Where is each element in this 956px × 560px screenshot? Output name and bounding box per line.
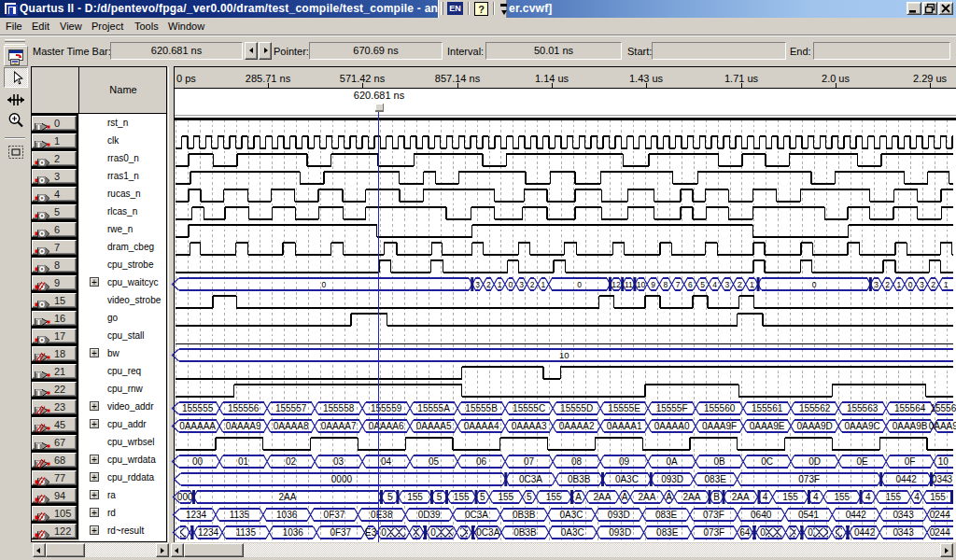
- svg-text:0AAAAA: 0AAAAA: [179, 421, 216, 431]
- svg-text:083E: 083E: [705, 474, 727, 484]
- svg-text:0D39: 0D39: [418, 510, 441, 520]
- svg-text:9: 9: [651, 280, 655, 289]
- svg-text:0C3A: 0C3A: [476, 527, 499, 538]
- svg-text:2AA: 2AA: [732, 492, 750, 502]
- svg-text:2AA: 2AA: [279, 492, 297, 502]
- svg-text:073F: 073F: [703, 527, 724, 538]
- svg-text:A: A: [666, 492, 672, 502]
- svg-text:12: 12: [612, 280, 621, 289]
- svg-text:0B: 0B: [713, 456, 725, 467]
- svg-text:0AAA9C: 0AAA9C: [844, 421, 879, 431]
- svg-text:0AAAA6: 0AAAA6: [369, 421, 404, 431]
- svg-text:3: 3: [874, 280, 879, 289]
- svg-text:155: 155: [454, 492, 470, 502]
- svg-text:5: 5: [387, 492, 393, 502]
- svg-text:0C3A: 0C3A: [465, 510, 488, 520]
- svg-text:2AA: 2AA: [683, 492, 701, 502]
- svg-text:073F: 073F: [798, 474, 820, 484]
- svg-text:155: 155: [498, 492, 513, 502]
- svg-text:285.71 ns: 285.71 ns: [246, 73, 291, 84]
- svg-text:0E: 0E: [856, 456, 868, 467]
- svg-text:0A3C: 0A3C: [559, 510, 583, 520]
- svg-text:04: 04: [381, 456, 392, 467]
- svg-text:1036: 1036: [283, 527, 304, 538]
- svg-text:155559: 155559: [371, 403, 402, 413]
- svg-text:3: 3: [920, 280, 924, 289]
- svg-text:5: 5: [480, 492, 485, 502]
- svg-text:083E: 083E: [656, 527, 679, 538]
- svg-text:0: 0: [760, 527, 766, 538]
- svg-text:155561: 155561: [752, 403, 783, 413]
- svg-text:0B3B: 0B3B: [568, 474, 591, 484]
- svg-text:15555B: 15555B: [465, 403, 498, 413]
- svg-text:2: 2: [931, 280, 935, 289]
- svg-text:1.43 us: 1.43 us: [629, 73, 664, 84]
- svg-text:4: 4: [914, 492, 920, 502]
- svg-text:8: 8: [664, 280, 668, 289]
- svg-text:0B3B: 0B3B: [513, 510, 536, 520]
- svg-text:E3: E3: [365, 527, 377, 538]
- svg-text:0AAAA3: 0AAAA3: [512, 421, 547, 431]
- svg-text:155557: 155557: [275, 403, 307, 413]
- svg-text:02: 02: [286, 456, 297, 467]
- svg-text:083E: 083E: [655, 510, 678, 520]
- svg-text:5: 5: [437, 492, 443, 502]
- svg-text:0AAAA5: 0AAAA5: [416, 421, 452, 431]
- svg-text:1135: 1135: [230, 510, 250, 520]
- svg-text:155: 155: [407, 492, 423, 502]
- svg-text:155: 155: [885, 492, 901, 502]
- svg-text:0F37: 0F37: [324, 510, 345, 520]
- svg-text:11: 11: [625, 280, 633, 289]
- svg-text:0A: 0A: [666, 456, 678, 467]
- svg-text:093D: 093D: [608, 510, 630, 520]
- svg-text:08: 08: [571, 456, 583, 467]
- svg-text:03: 03: [333, 456, 344, 467]
- svg-text:073F: 073F: [703, 510, 724, 520]
- svg-text:093D: 093D: [661, 474, 683, 484]
- svg-text:0C3A: 0C3A: [519, 474, 542, 484]
- svg-text:1: 1: [944, 280, 949, 289]
- svg-text:0: 0: [808, 527, 813, 538]
- svg-text:0A3C: 0A3C: [561, 527, 584, 538]
- svg-text:0C: 0C: [761, 456, 773, 467]
- svg-text:3: 3: [725, 280, 730, 289]
- svg-text:1234: 1234: [186, 510, 207, 520]
- svg-text:1.71 us: 1.71 us: [724, 73, 759, 84]
- svg-text:0AAAA1: 0AAAA1: [607, 421, 642, 431]
- svg-text:0B3B: 0B3B: [513, 527, 537, 538]
- svg-text:1: 1: [498, 280, 502, 289]
- svg-text:857.14 ns: 857.14 ns: [435, 73, 481, 84]
- svg-text:1036: 1036: [276, 510, 298, 520]
- svg-text:64: 64: [739, 527, 751, 538]
- svg-text:00: 00: [192, 456, 204, 467]
- svg-text:0D: 0D: [808, 456, 821, 467]
- svg-text:7: 7: [676, 280, 681, 289]
- svg-text:2: 2: [885, 280, 890, 289]
- svg-text:0AAA9: 0AAA9: [929, 421, 956, 431]
- svg-text:0 ps: 0 ps: [176, 73, 196, 84]
- svg-text:0AAA9B: 0AAA9B: [893, 421, 928, 431]
- svg-text:0244: 0244: [930, 510, 951, 520]
- svg-text:0E38: 0E38: [371, 510, 393, 520]
- svg-text:2: 2: [486, 280, 491, 289]
- svg-text:155563: 155563: [847, 403, 879, 413]
- svg-text:4: 4: [763, 492, 768, 502]
- svg-text:0: 0: [430, 527, 436, 538]
- svg-text:01: 01: [238, 456, 249, 467]
- svg-text:0442: 0442: [895, 474, 917, 484]
- svg-text:0AAAA7: 0AAAA7: [321, 421, 357, 431]
- svg-text:1234: 1234: [198, 527, 219, 538]
- svg-text:0640: 0640: [751, 510, 772, 520]
- svg-text:2AA: 2AA: [639, 492, 656, 502]
- svg-text:0: 0: [381, 527, 387, 538]
- svg-text:0AAAA8: 0AAAA8: [274, 421, 309, 431]
- svg-text:15555A: 15555A: [417, 403, 450, 413]
- svg-text:0: 0: [322, 280, 327, 289]
- svg-text:155556: 155556: [228, 403, 260, 413]
- svg-text:B: B: [713, 492, 720, 502]
- svg-text:155: 155: [782, 492, 798, 502]
- svg-text:1: 1: [541, 280, 546, 289]
- svg-text:4: 4: [865, 492, 871, 502]
- svg-text:0AAA9D: 0AAA9D: [796, 421, 832, 431]
- svg-text:2AA: 2AA: [594, 492, 612, 502]
